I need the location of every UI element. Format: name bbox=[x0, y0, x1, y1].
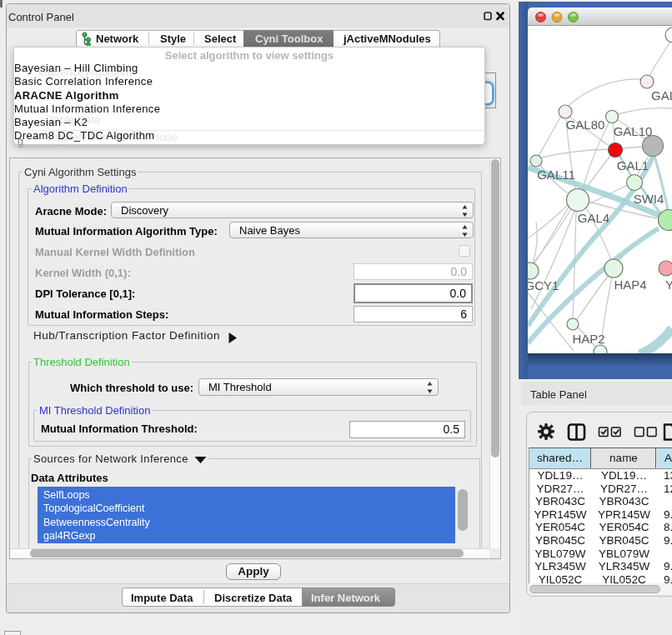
svg-text:GAL1: GAL1 bbox=[617, 158, 649, 172]
svg-text:GAL4: GAL4 bbox=[578, 211, 609, 225]
svg-text:HAP4: HAP4 bbox=[614, 278, 646, 292]
svg-text:YJ: YJ bbox=[665, 278, 672, 292]
svg-text:GAL2: GAL2 bbox=[651, 88, 672, 102]
svg-text:GAL10: GAL10 bbox=[614, 124, 653, 138]
svg-text:SWI4: SWI4 bbox=[634, 192, 664, 206]
svg-text:GAL11: GAL11 bbox=[537, 168, 575, 182]
svg-text:GAL80: GAL80 bbox=[566, 118, 605, 132]
svg-text:GCY1: GCY1 bbox=[528, 278, 559, 292]
svg-text:HAP2: HAP2 bbox=[572, 332, 604, 346]
